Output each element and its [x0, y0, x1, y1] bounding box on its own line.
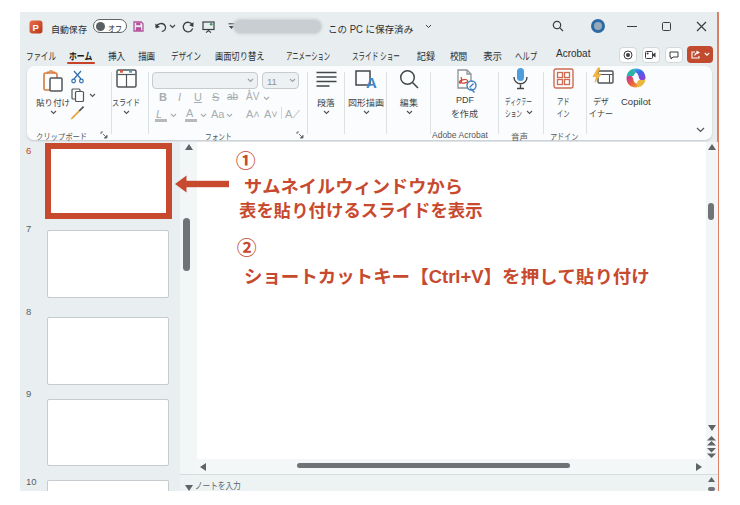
svg-text:P: P [33, 22, 40, 33]
svg-text:A: A [366, 74, 377, 91]
